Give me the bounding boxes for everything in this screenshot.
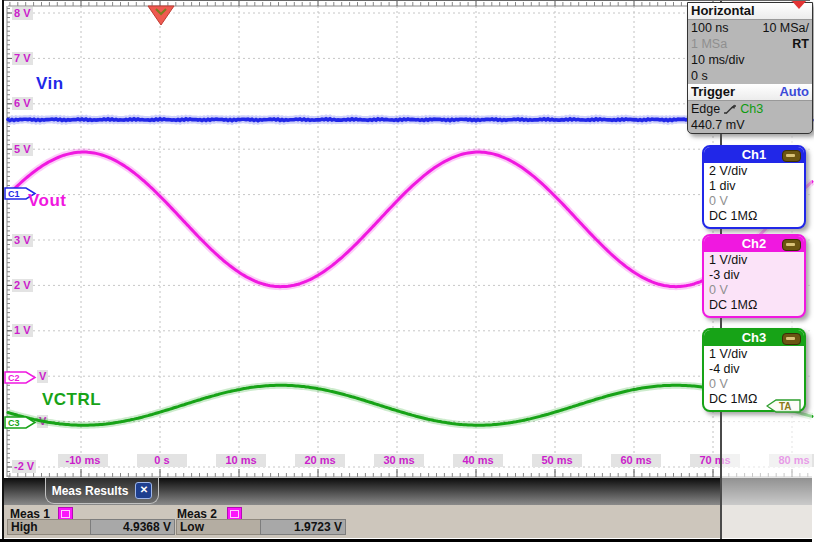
meas2-value: 1.9723 V [260, 519, 346, 535]
horizontal-row: 1 MSa RT [688, 36, 812, 52]
ch2-position: -3 div [704, 268, 804, 283]
ch3-offset: 0 V [704, 377, 804, 392]
bnc-connector-icon [782, 239, 801, 251]
horizontal-panel[interactable]: Horizontal 100 ns 10 MSa/ 1 MSa RT 10 ms… [687, 2, 813, 134]
ch3-wave-label: VCTRL [42, 390, 101, 410]
ch2-ground-marker[interactable]: C2 [4, 370, 38, 385]
ch1-position: 1 div [704, 179, 804, 194]
frame-left [2, 0, 4, 542]
svg-text:C3: C3 [8, 418, 20, 428]
close-icon[interactable]: ✕ [135, 482, 152, 499]
trigger-row: Edge Ch3 [688, 101, 812, 117]
oscilloscope-screen: 8 V 7 V 6 V 5 V 3 V 2 V 1 V -2 V V V -10… [0, 0, 814, 542]
ch2-header: Ch2 [704, 236, 804, 252]
svg-text:C1: C1 [8, 189, 20, 199]
horizontal-row: 10 ms/div [688, 52, 812, 68]
results-bar: Meas Results ✕ Meas 1 High 4.9368 V Meas… [2, 478, 812, 539]
ch2-offset: 0 V [704, 283, 804, 298]
channel-card-ch1[interactable]: Ch1 2 V/div 1 div 0 V DC 1MΩ [702, 145, 806, 229]
ch2-scale: 1 V/div [704, 253, 804, 268]
vout-trace-halo [8, 152, 812, 287]
vctrl-trace [8, 385, 812, 425]
ch3-header: Ch3 [704, 330, 804, 346]
horizontal-row: 0 s [688, 68, 812, 84]
ch3-position: -4 div [704, 362, 804, 377]
ch2-coupling: DC 1MΩ [704, 298, 804, 313]
ch3-scale: 1 V/div [704, 347, 804, 362]
trigger-mode: Auto [779, 84, 809, 100]
trigger-source: Ch3 [740, 101, 763, 117]
bnc-connector-icon [782, 150, 801, 162]
trigger-position-marker[interactable] [147, 5, 175, 27]
horizontal-row: 100 ns 10 MSa/ [688, 20, 812, 36]
frame-top [2, 0, 810, 1]
rising-edge-icon [723, 103, 737, 116]
trigger-title[interactable]: Trigger Auto [688, 84, 812, 101]
tab-meas-results[interactable]: Meas Results ✕ [45, 478, 159, 504]
ch1-offset: 0 V [704, 194, 804, 209]
channel-card-ch2[interactable]: Ch2 1 V/div -3 div 0 V DC 1MΩ [702, 234, 806, 318]
ch1-header: Ch1 [704, 147, 804, 163]
corner-marker-icon [791, 0, 807, 9]
ch1-coupling: DC 1MΩ [704, 209, 804, 224]
ch1-wave-label: Vin [36, 74, 64, 94]
svg-text:C2: C2 [8, 373, 20, 383]
trigger-level-tag[interactable]: TA [766, 398, 802, 414]
meas2-stat: Low [176, 519, 261, 535]
ch3-ground-marker[interactable]: C3 [4, 415, 38, 430]
trigger-row: 440.7 mV [688, 117, 812, 133]
trigger-level: 440.7 mV [691, 117, 745, 133]
tab-label: Meas Results [52, 484, 129, 498]
ch2-wave-label: Vout [28, 191, 67, 211]
meas1-value: 4.9368 V [90, 519, 175, 535]
bnc-connector-icon [782, 333, 801, 345]
svg-text:TA: TA [779, 401, 792, 412]
meas1-stat: High [7, 519, 91, 535]
ch1-scale: 2 V/div [704, 164, 804, 179]
